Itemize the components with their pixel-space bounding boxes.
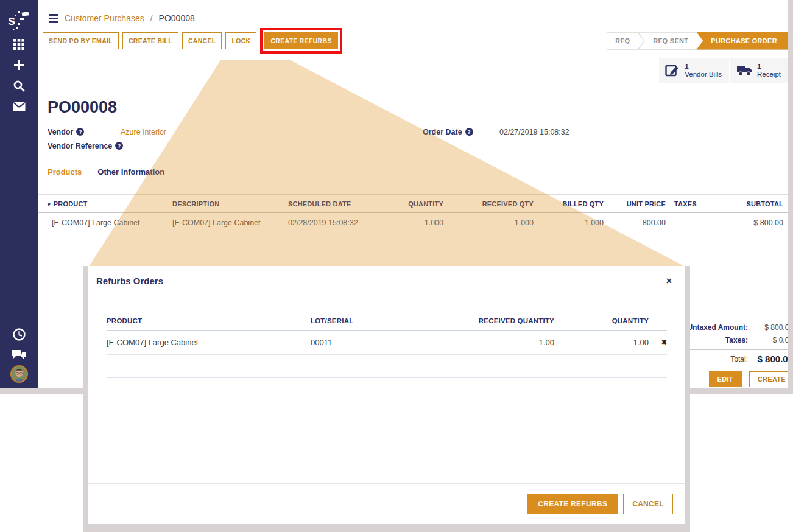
help-icon[interactable]: ? — [465, 128, 473, 136]
col-received-qty[interactable]: RECEIVED QTY — [443, 200, 534, 208]
order-lines-header: ▾PRODUCT DESCRIPTION SCHEDULED DATE QUAN… — [38, 194, 788, 213]
vendor-bills-edit-icon — [665, 63, 680, 78]
taxes-label: Taxes: — [725, 336, 748, 345]
screen: s — [0, 0, 793, 532]
remove-line-icon[interactable]: ✖ — [649, 338, 667, 346]
col-unit-price[interactable]: UNIT PRICE — [604, 200, 666, 208]
messages-button[interactable] — [0, 96, 38, 117]
stage-purchase-order[interactable]: PURCHASE ORDER — [696, 32, 788, 50]
col-scheduled-date[interactable]: SCHEDULED DATE — [288, 200, 379, 208]
envelope-icon — [13, 102, 26, 111]
lock-button[interactable]: LOCK — [225, 32, 256, 49]
receipt-count: 1 — [757, 63, 781, 71]
col-lot-serial: LOT/SERIAL — [311, 317, 466, 324]
modal-create-refurbs-button[interactable]: CREATE REFURBS — [527, 494, 618, 514]
stat-button-row: 1 Vendor Bills 1 Receipt — [38, 58, 788, 83]
tab-other-information[interactable]: Other Information — [97, 167, 164, 183]
sidebar: s — [0, 0, 38, 388]
refurbs-orders-modal: Refurbs Orders × PRODUCT LOT/SERIAL RECE… — [88, 266, 685, 524]
cell-scheduled-date: 02/28/2019 15:08:32 — [288, 219, 379, 227]
receipt-stat-button[interactable]: 1 Receipt — [730, 58, 788, 83]
cell-description: [E-COM07] Large Cabinet — [172, 219, 288, 227]
refurbs-table: PRODUCT LOT/SERIAL RECEIVED QUANTITY QUA… — [107, 310, 667, 424]
refurbs-table-header: PRODUCT LOT/SERIAL RECEIVED QUANTITY QUA… — [107, 310, 667, 331]
create-button-footer[interactable]: CREATE — [749, 371, 788, 387]
help-icon[interactable]: ? — [76, 128, 84, 136]
help-icon[interactable]: ? — [115, 142, 123, 150]
col-taxes[interactable]: TAXES — [666, 200, 711, 208]
apps-menu-button[interactable] — [0, 34, 38, 55]
vendor-reference-label: Vendor Reference ? — [48, 142, 123, 150]
vendor-field: Vendor ? Azure Interior — [48, 127, 423, 136]
breadcrumb-section-link[interactable]: Customer Purchases — [65, 13, 144, 23]
cell-subtotal: $ 800.00 — [711, 219, 783, 227]
total-value: $ 800.00 — [748, 354, 788, 364]
cell-lot-serial: 00011 — [311, 338, 466, 347]
cell-product: [E-COM07] Large Cabinet — [48, 219, 172, 227]
cancel-order-button[interactable]: CANCEL — [182, 32, 222, 49]
order-date-value: 02/27/2019 15:08:32 — [499, 128, 569, 136]
cell-quantity: 1.000 — [379, 219, 443, 227]
order-date-label: Order Date ? — [423, 128, 499, 136]
table-row[interactable]: [E-COM07] Large Cabinet [E-COM07] Large … — [38, 213, 788, 233]
vendor-label: Vendor ? — [48, 128, 121, 136]
cell-billed-qty: 1.000 — [534, 219, 604, 227]
send-po-by-email-button[interactable]: SEND PO BY EMAIL — [43, 32, 119, 49]
create-refurbs-button[interactable]: CREATE REFURBS — [264, 32, 337, 49]
clock-icon — [13, 328, 26, 341]
col-description[interactable]: DESCRIPTION — [172, 200, 288, 208]
receipt-truck-icon — [736, 64, 753, 77]
vendor-value[interactable]: Azure Interior — [121, 128, 166, 136]
col-quantity: QUANTITY — [554, 317, 649, 324]
app-logo[interactable]: s — [0, 7, 38, 34]
sort-desc-icon: ▾ — [48, 201, 51, 208]
edit-button[interactable]: EDIT — [709, 371, 742, 387]
tab-products[interactable]: Products — [48, 167, 82, 183]
vendor-bills-count: 1 — [685, 63, 722, 71]
create-bill-button[interactable]: CREATE BILL — [122, 32, 178, 49]
order-date-field: Order Date ? 02/27/2019 15:08:32 — [423, 127, 778, 136]
untaxed-amount-value: $ 800.00 — [748, 323, 788, 332]
apps-grid-icon — [13, 38, 25, 51]
cell-received-qty: 1.000 — [443, 219, 534, 227]
cell-product: [E-COM07] Large Cabinet — [107, 338, 311, 347]
cell-unit-price: 800.00 — [604, 219, 666, 227]
col-product[interactable]: ▾PRODUCT — [48, 200, 172, 208]
activities-button[interactable] — [0, 324, 38, 345]
chat-bubbles-icon — [12, 349, 26, 360]
total-row: Total: $ 800.00 — [676, 352, 788, 365]
table-row[interactable]: [E-COM07] Large Cabinet 00011 1.00 1.00 … — [107, 331, 667, 355]
highlight-red-box: CREATE REFURBS — [260, 28, 342, 54]
col-received-quantity: RECEIVED QUANTITY — [466, 317, 554, 324]
menu-toggle-icon[interactable] — [49, 14, 58, 23]
modal-cancel-button[interactable]: CANCEL — [623, 494, 673, 514]
vendor-reference-field: Vendor Reference ? — [48, 141, 423, 150]
svg-text:s: s — [8, 13, 15, 28]
tab-divider — [38, 183, 788, 183]
avatar-photo — [12, 366, 27, 382]
cell-received-quantity: 1.00 — [466, 338, 554, 347]
empty-row — [38, 233, 788, 253]
user-avatar[interactable] — [10, 365, 28, 383]
search-button[interactable] — [0, 75, 38, 96]
stage-rfq-sent[interactable]: RFQ SENT — [645, 33, 696, 49]
receipt-label: Receipt — [757, 71, 781, 79]
vendor-bills-label: Vendor Bills — [685, 71, 722, 79]
plus-icon — [13, 60, 24, 71]
create-button[interactable] — [0, 55, 38, 75]
col-billed-qty[interactable]: BILLED QTY — [534, 200, 604, 208]
page-title: PO00008 — [48, 98, 788, 117]
discuss-button[interactable] — [0, 345, 38, 365]
empty-row — [107, 401, 667, 424]
stage-rfq[interactable]: RFQ — [607, 33, 638, 49]
col-quantity[interactable]: QUANTITY — [379, 200, 443, 208]
modal-footer: CREATE REFURBS CANCEL — [88, 483, 685, 524]
breadcrumb: Customer Purchases / PO00008 — [38, 0, 788, 23]
close-icon[interactable]: × — [666, 276, 672, 286]
modal-title: Refurbs Orders — [96, 276, 163, 286]
total-label: Total: — [730, 355, 748, 363]
empty-row — [107, 355, 667, 378]
vendor-bills-stat-button[interactable]: 1 Vendor Bills — [659, 58, 729, 83]
col-subtotal[interactable]: SUBTOTAL — [711, 200, 783, 208]
modal-shadow: Refurbs Orders × PRODUCT LOT/SERIAL RECE… — [83, 266, 690, 532]
